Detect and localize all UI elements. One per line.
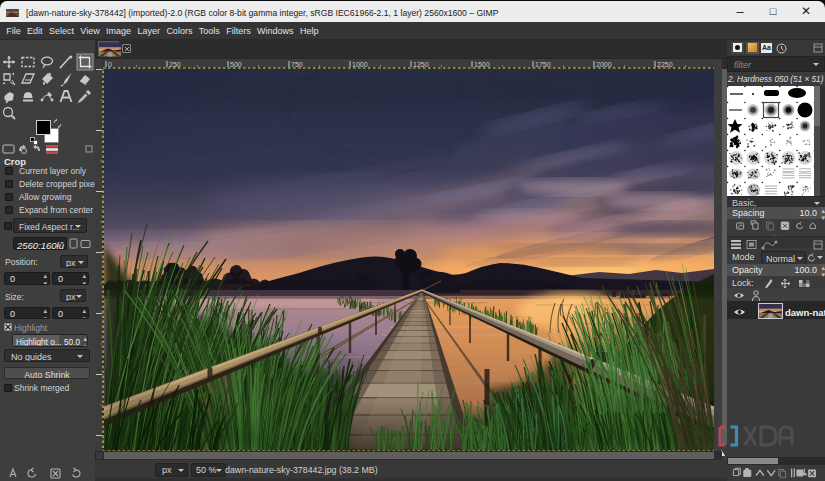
svg-text:1750: 1750 [535, 61, 551, 68]
svg-text:2000: 2000 [596, 61, 612, 68]
svg-text:0: 0 [108, 61, 112, 68]
svg-text:1000: 1000 [352, 61, 368, 68]
svg-text:750: 750 [291, 61, 303, 68]
svg-text:2250: 2250 [657, 61, 673, 68]
svg-text:1500: 1500 [474, 61, 490, 68]
svg-text:1250: 1250 [413, 61, 429, 68]
svg-text:250: 250 [169, 61, 181, 68]
svg-text:500: 500 [230, 61, 242, 68]
